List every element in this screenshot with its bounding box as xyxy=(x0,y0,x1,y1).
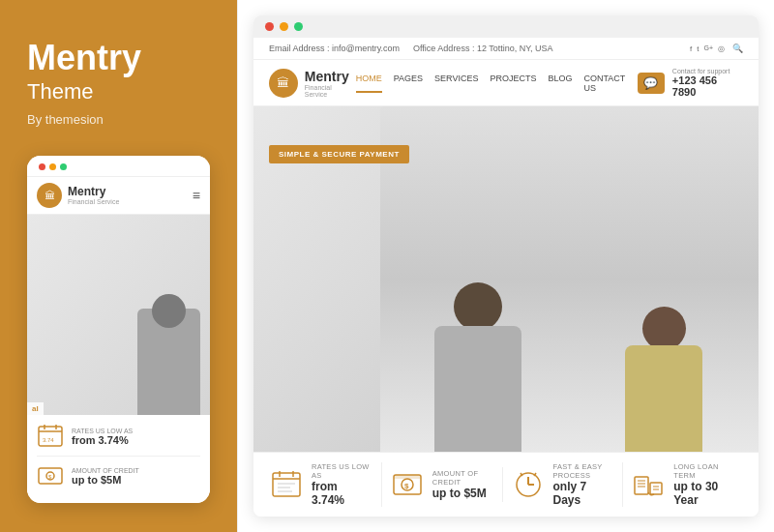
svg-rect-0 xyxy=(39,427,62,446)
mobile-hero: al xyxy=(27,215,210,415)
site-nav-contact-text: Contact for support +123 456 7890 xyxy=(672,68,743,98)
mobile-stat-credit-text: AMOUNT OF CREDIT up to $5M xyxy=(72,467,139,486)
svg-text:3.74: 3.74 xyxy=(43,437,54,443)
left-panel: Mentry Theme By themesion 🏛 Mentry Finan… xyxy=(0,0,237,532)
contact-label: Contact for support xyxy=(672,68,743,74)
nav-link-pages[interactable]: PAGES xyxy=(394,74,423,93)
mobile-window-dots xyxy=(39,163,67,170)
hero-person-image xyxy=(380,106,759,452)
mobile-menu-icon[interactable]: ≡ xyxy=(193,188,200,203)
desktop-stat-loan-label: LONG LOAN TERM xyxy=(673,462,735,480)
mobile-stats: 3.74 RATES US LOW AS from 3.74% $ AMOUNT… xyxy=(27,415,210,503)
mobile-logo-tagline: Financial Service xyxy=(68,198,119,205)
contact-phone: +123 456 7890 xyxy=(672,74,743,98)
mobile-logo-text: Mentry Financial Service xyxy=(68,186,119,205)
desktop-stat-loan-text: LONG LOAN TERM up to 30 Year xyxy=(673,462,735,507)
desktop-stat-fast: FAST & EASY PROCESS only 7 Days xyxy=(511,462,624,507)
mobile-person-head xyxy=(152,294,186,328)
mobile-dot-red xyxy=(39,163,45,170)
nav-link-services[interactable]: SERVICES xyxy=(434,74,478,93)
site-logo-text: Mentry Financial Service xyxy=(305,69,356,98)
desktop-stat-rates: RATES US LOW AS from 3.74% xyxy=(269,462,382,507)
mobile-hero-label: al xyxy=(27,402,44,415)
person-left-head xyxy=(454,282,502,331)
desktop-stat-fast-text: FAST & EASY PROCESS only 7 Days xyxy=(553,462,615,507)
site-topbar-left: Email Address : info@mentry.com Office A… xyxy=(269,44,553,53)
theme-subtitle: Theme xyxy=(27,79,210,104)
svg-rect-18 xyxy=(394,475,421,479)
desktop-stat-fast-value: only 7 Days xyxy=(553,480,615,507)
site-topbar-right: f t G+ ◎ 🔍 xyxy=(690,44,743,53)
desktop-stat-loan-value: up to 30 Year xyxy=(673,480,735,507)
site-logo-icon: 🏛 xyxy=(269,69,298,98)
hero-badge: SIMPLE & SECURE PAYMENT xyxy=(269,145,409,163)
stat-fast-icon-box xyxy=(511,467,546,502)
browser-dot-yellow xyxy=(280,22,288,31)
stat-rates-icon-box xyxy=(269,467,304,502)
mobile-dot-green xyxy=(60,163,67,170)
rates-icon: 3.74 xyxy=(37,423,64,450)
site-nav-logo: 🏛 Mentry Financial Service xyxy=(269,69,356,98)
desktop-stat-credit-value: up to $5M xyxy=(432,487,494,500)
desktop-stat-rates-value: from 3.74% xyxy=(312,480,373,507)
desktop-stat-credit: $ AMOUNT OF CREDIT up to $5M xyxy=(390,467,503,502)
stat-loan-icon-box xyxy=(631,467,666,502)
mobile-stat-credit: $ AMOUNT OF CREDIT up to $5M xyxy=(37,462,200,495)
nav-link-blog[interactable]: BLOG xyxy=(548,74,572,93)
mobile-stat-credit-value: up to $5M xyxy=(72,474,139,486)
site-logo-name: Mentry xyxy=(305,69,356,84)
svg-rect-24 xyxy=(635,477,648,494)
site-nav-contact: 💬 Contact for support +123 456 7890 xyxy=(638,68,743,98)
mobile-logo-name: Mentry xyxy=(68,186,119,198)
site-hero: SIMPLE & SECURE PAYMENT xyxy=(253,106,759,452)
mobile-topbar xyxy=(27,156,210,177)
facebook-icon[interactable]: f xyxy=(690,44,692,53)
mobile-stat-credit-label: AMOUNT OF CREDIT xyxy=(72,467,139,474)
mobile-stat-rates: 3.74 RATES US LOW AS from 3.74% xyxy=(37,423,200,457)
right-panel: Email Address : info@mentry.com Office A… xyxy=(237,0,774,532)
site-nav-links: HOME PAGES SERVICES PROJECTS BLOG CONTAC… xyxy=(356,74,638,93)
mobile-stat-rates-label: RATES US LOW AS xyxy=(72,428,133,434)
mobile-stat-rates-value: from 3.74% xyxy=(72,434,133,446)
stat-loan-icon xyxy=(633,469,664,500)
site-topbar: Email Address : info@mentry.com Office A… xyxy=(253,38,759,60)
hero-person-left xyxy=(399,141,557,452)
svg-rect-25 xyxy=(650,483,662,494)
search-icon[interactable]: 🔍 xyxy=(732,44,743,53)
desktop-stat-credit-text: AMOUNT OF CREDIT up to $5M xyxy=(432,469,494,500)
svg-text:$: $ xyxy=(404,482,409,490)
desktop-stat-rates-text: RATES US LOW AS from 3.74% xyxy=(312,462,373,507)
person-right-head xyxy=(642,307,686,350)
browser-titlebar xyxy=(253,15,759,38)
stat-fast-icon xyxy=(513,469,544,500)
hero-person-right xyxy=(588,159,740,452)
mobile-mockup: 🏛 Mentry Financial Service ≡ al xyxy=(27,156,210,503)
contact-chat-icon: 💬 xyxy=(638,73,665,94)
person-right-body xyxy=(625,345,702,452)
svg-rect-8 xyxy=(273,473,300,496)
gplus-icon[interactable]: G+ xyxy=(703,44,713,53)
mobile-stat-rates-text: RATES US LOW AS from 3.74% xyxy=(72,428,133,446)
mobile-logo-icon: 🏛 xyxy=(37,183,62,208)
mobile-hero-person-area xyxy=(73,215,210,415)
mobile-hero-image: al xyxy=(27,215,210,415)
twitter-icon[interactable]: t xyxy=(697,44,699,53)
browser-dot-green xyxy=(294,22,303,31)
desktop-stat-loan: LONG LOAN TERM up to 30 Year xyxy=(631,462,743,507)
mobile-logo: 🏛 Mentry Financial Service xyxy=(37,183,119,208)
nav-link-home[interactable]: HOME xyxy=(356,74,382,93)
desktop-stat-fast-label: FAST & EASY PROCESS xyxy=(553,462,615,480)
topbar-office: Office Address : 12 Tottino, NY, USA xyxy=(413,44,553,53)
stat-credit-icon-box: $ xyxy=(390,467,425,502)
nav-link-contact[interactable]: CONTACT US xyxy=(583,74,638,93)
browser-dot-red xyxy=(265,22,274,31)
site-hero-people xyxy=(380,106,759,452)
theme-title: Mentry xyxy=(27,39,210,77)
instagram-icon[interactable]: ◎ xyxy=(718,44,725,53)
credit-icon: $ xyxy=(37,462,64,489)
site-nav: 🏛 Mentry Financial Service HOME PAGES SE… xyxy=(253,60,759,106)
social-icons: f t G+ ◎ xyxy=(690,44,725,53)
desktop-stat-credit-label: AMOUNT OF CREDIT xyxy=(432,469,494,487)
desktop-stat-rates-label: RATES US LOW AS xyxy=(312,462,373,480)
nav-link-projects[interactable]: PROJECTS xyxy=(490,74,536,93)
